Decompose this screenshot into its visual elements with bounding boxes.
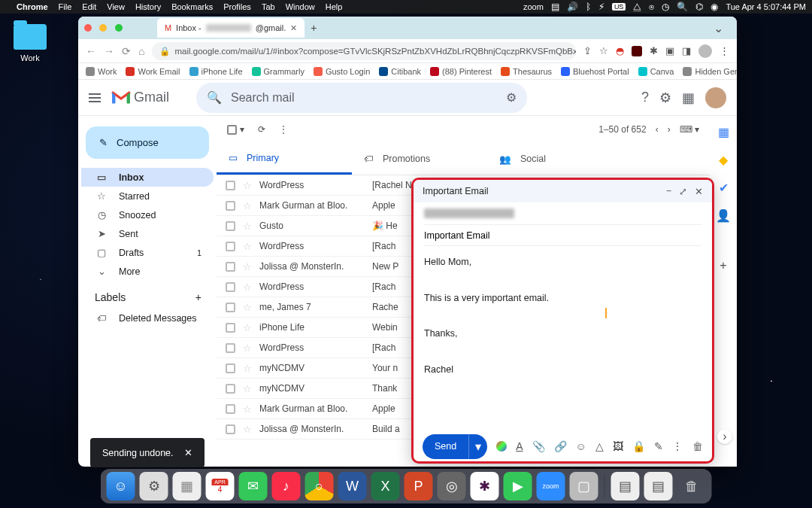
extensions-icon[interactable]: ✱ — [650, 45, 658, 56]
addons-plus-icon[interactable]: + — [720, 259, 726, 272]
nav-back-icon[interactable]: ← — [86, 45, 96, 57]
discard-icon[interactable]: 🗑 — [692, 440, 703, 452]
contacts-icon[interactable]: 👤 — [716, 208, 731, 223]
compose-subject-field[interactable]: Important Email — [424, 225, 701, 246]
volume-icon[interactable]: 🔊 — [567, 2, 578, 12]
link-icon[interactable]: 🔗 — [554, 440, 567, 452]
url-field[interactable]: 🔒 mail.google.com/mail/u/1/#inbox?compos… — [152, 42, 576, 60]
nav-starred[interactable]: ☆Starred — [81, 187, 214, 205]
desktop-folder-work[interactable]: Work — [9, 24, 51, 62]
nav-snoozed[interactable]: ◷Snoozed — [81, 205, 214, 224]
menu-tab[interactable]: Tab — [262, 2, 275, 11]
control-center-icon[interactable]: ⌬ — [695, 2, 703, 12]
row-star-icon[interactable]: ☆ — [243, 241, 252, 252]
ext2-icon[interactable] — [632, 46, 642, 56]
profile-avatar[interactable] — [698, 44, 712, 58]
apps-grid-icon[interactable]: ▦ — [682, 90, 695, 106]
dock-file-1-icon[interactable]: ▤ — [611, 472, 640, 500]
siri-icon[interactable]: ◉ — [710, 2, 718, 12]
row-star-icon[interactable]: ☆ — [243, 424, 252, 435]
dock-app-2-icon[interactable]: ▢ — [570, 472, 598, 500]
select-dropdown-icon[interactable]: ▾ — [240, 124, 244, 135]
compose-button[interactable]: ✎ Compose — [86, 126, 209, 159]
user-icon[interactable]: ⍟ — [649, 2, 654, 12]
nav-sent[interactable]: ➤Sent — [81, 224, 214, 243]
nav-drafts[interactable]: ▢Drafts1 — [81, 243, 214, 262]
row-star-icon[interactable]: ☆ — [243, 302, 252, 313]
browser-tab[interactable]: M Inbox - @gmail. ✕ — [157, 18, 304, 38]
more-actions-icon[interactable]: ⋮ — [279, 124, 288, 135]
maximize-window[interactable] — [115, 24, 123, 32]
photo-icon[interactable]: 🖼 — [613, 440, 623, 452]
battery-icon[interactable]: ⚡︎ — [598, 2, 604, 12]
page-next-icon[interactable]: › — [668, 124, 671, 135]
compose-more-icon[interactable]: ⋮ — [672, 440, 683, 452]
menu-help[interactable]: Help — [326, 2, 343, 11]
dock-settings-icon[interactable]: ⚙ — [140, 472, 168, 500]
compose-to-field[interactable] — [424, 202, 701, 225]
help-icon[interactable]: ? — [641, 90, 649, 105]
row-star-icon[interactable]: ☆ — [243, 261, 252, 272]
menu-view[interactable]: View — [107, 2, 125, 11]
dock-powerpoint-icon[interactable]: P — [404, 472, 433, 500]
attach-icon[interactable]: 📎 — [532, 440, 545, 452]
row-checkbox[interactable] — [226, 343, 235, 353]
drive-icon[interactable]: △ — [595, 440, 604, 452]
bm-gusto[interactable]: Gusto Login — [314, 67, 370, 76]
row-checkbox[interactable] — [226, 364, 235, 373]
bm-thesaurus[interactable]: Thesaurus — [501, 67, 552, 76]
row-star-icon[interactable]: ☆ — [243, 322, 252, 333]
minimize-window[interactable] — [99, 24, 107, 32]
bm-canva[interactable]: Canva — [638, 67, 674, 76]
new-tab-button[interactable]: + — [311, 22, 317, 34]
chrome-menu-icon[interactable]: ⋮ — [720, 45, 729, 56]
menu-profiles[interactable]: Profiles — [223, 2, 251, 11]
compose-minimize-icon[interactable]: − — [666, 186, 671, 197]
nav-home-icon[interactable]: ⌂ — [138, 45, 144, 57]
dock-chrome-icon[interactable]: ○ — [305, 472, 334, 500]
compose-close-icon[interactable]: ✕ — [695, 186, 703, 197]
bm-iphone-life[interactable]: iPhone Life — [189, 67, 243, 76]
dock-messages-icon[interactable]: ✉︎ — [239, 472, 268, 500]
nav-reload-icon[interactable]: ⟳ — [122, 45, 131, 57]
menu-bookmarks[interactable]: Bookmarks — [171, 2, 213, 11]
hamburger-icon[interactable] — [89, 93, 101, 102]
row-star-icon[interactable]: ☆ — [243, 403, 252, 415]
row-star-icon[interactable]: ☆ — [243, 383, 252, 394]
dock-zoom-icon[interactable]: zoom — [537, 472, 565, 500]
cast-icon[interactable]: ▣ — [665, 45, 674, 56]
menu-history[interactable]: History — [135, 2, 161, 11]
bm-work[interactable]: Work — [86, 67, 117, 76]
send-button[interactable]: Send ▾ — [423, 434, 487, 459]
clock-icon-small[interactable]: ◷ — [662, 2, 669, 12]
tab-promotions[interactable]: 🏷Promotions — [352, 143, 487, 175]
row-checkbox[interactable] — [226, 323, 235, 333]
row-star-icon[interactable]: ☆ — [243, 281, 252, 293]
star-icon[interactable]: ☆ — [599, 45, 608, 56]
dock-music-icon[interactable]: ♪ — [272, 472, 301, 500]
close-window[interactable] — [84, 24, 92, 32]
menu-file[interactable]: File — [59, 2, 72, 11]
dock-word-icon[interactable]: W — [338, 472, 367, 500]
refresh-icon[interactable]: ⟳ — [258, 124, 265, 135]
menubar-clock[interactable]: Tue Apr 4 5:07:44 PM — [726, 2, 806, 11]
toast-close-icon[interactable]: ✕ — [184, 447, 192, 458]
menu-window[interactable]: Window — [286, 2, 315, 11]
menu-edit[interactable]: Edit — [82, 2, 96, 11]
settings-icon[interactable]: ⚙ — [659, 90, 671, 106]
add-label-icon[interactable]: + — [195, 291, 201, 303]
nav-forward-icon[interactable]: → — [104, 45, 114, 57]
menu-app[interactable]: Chrome — [17, 2, 48, 11]
nav-inbox[interactable]: ▭Inbox — [81, 168, 214, 187]
bm-hidden-gems[interactable]: Hidden Gems — [683, 67, 737, 76]
bm-pinterest[interactable]: (88) Pinterest — [430, 67, 492, 76]
row-star-icon[interactable]: ☆ — [243, 221, 252, 232]
ext1-icon[interactable]: ◓ — [616, 45, 624, 56]
menu-media-icon[interactable]: ▤ — [551, 2, 559, 12]
send-options-icon[interactable]: ▾ — [468, 434, 487, 459]
emoji-icon[interactable]: ☺ — [576, 440, 586, 452]
search-options-icon[interactable]: ⚙ — [506, 90, 517, 105]
select-all-checkbox[interactable] — [227, 125, 237, 135]
dock-trash-icon[interactable]: 🗑 — [677, 472, 706, 500]
tab-list-chevron-icon[interactable]: ⌄ — [714, 21, 723, 35]
